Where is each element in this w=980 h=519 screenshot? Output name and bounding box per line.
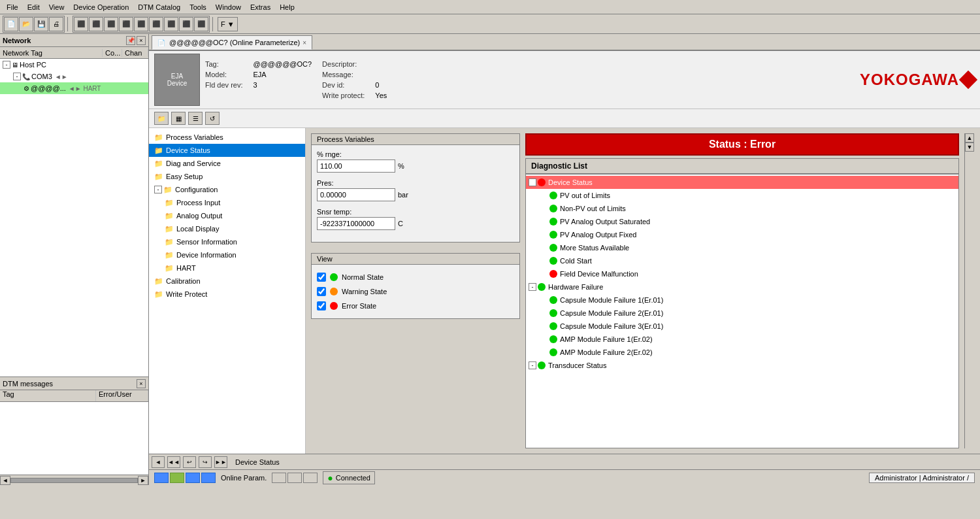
pv-snsr-input[interactable] xyxy=(317,217,395,230)
nav-diag-service[interactable]: 📁 Diag and Service xyxy=(149,157,305,170)
expand-config[interactable]: - xyxy=(154,186,162,193)
diag-field-device-malfunction[interactable]: Field Device Malfunction xyxy=(526,267,958,280)
nav-bar-btn-3[interactable]: ↩ xyxy=(183,456,196,468)
diag-hardware-failure[interactable]: - Hardware Failure xyxy=(526,280,958,293)
toolbar-btn-4[interactable]: ⬛ xyxy=(119,17,133,31)
diag-transducer-status[interactable]: - Transducer Status xyxy=(526,359,958,372)
toolbar-btn-2[interactable]: ⬛ xyxy=(89,17,103,31)
dev-id-value: 0 xyxy=(375,81,387,89)
toolbar-btn-1[interactable]: ⬛ xyxy=(74,17,88,31)
menu-tools[interactable]: Tools xyxy=(186,2,210,12)
diag-capsule-1[interactable]: Capsule Module Failure 1(Er.01) xyxy=(526,293,958,307)
nav-cal-label: Calibration xyxy=(166,277,201,285)
tab-online-param[interactable]: 📄 @@@@@@OC? (Online Parameterize) × xyxy=(152,35,312,50)
toolbar-save[interactable]: 💾 xyxy=(34,17,48,31)
tree-device[interactable]: ⚙ @@@@... ◄► HART xyxy=(0,82,148,94)
menu-window[interactable]: Window xyxy=(212,2,245,12)
nav-process-variables[interactable]: 📁 Process Variables xyxy=(149,131,305,144)
menu-view[interactable]: View xyxy=(45,2,69,12)
nav-bar-btn-5[interactable]: ►► xyxy=(214,456,227,468)
network-close-btn[interactable]: × xyxy=(137,36,146,45)
diag-more-status[interactable]: More Status Available xyxy=(526,241,958,254)
yokogawa-text: YOKOGAWA xyxy=(860,71,959,89)
diag-pv-out-limits[interactable]: PV out of Limits xyxy=(526,189,958,202)
nav-hart[interactable]: 📁 HART xyxy=(149,261,305,275)
diag-cold-start[interactable]: Cold Start xyxy=(526,254,958,267)
toolbar-print[interactable]: 🖨 xyxy=(49,17,63,31)
expand-transducer[interactable]: - xyxy=(529,361,536,369)
scroll-left-btn[interactable]: ◄ xyxy=(0,476,10,485)
dtm-close-btn[interactable]: × xyxy=(137,379,146,388)
toolbar-btn-9[interactable]: ⬛ xyxy=(194,17,208,31)
expand-host-pc[interactable]: - xyxy=(3,61,10,69)
menu-help[interactable]: Help xyxy=(276,2,299,12)
toolbar-btn-8[interactable]: ⬛ xyxy=(179,17,193,31)
pv-rnge-input[interactable] xyxy=(317,159,395,173)
nav-bar-btn-1[interactable]: ◄ xyxy=(152,456,165,468)
folder-icon-wp: 📁 xyxy=(154,290,163,299)
message-value xyxy=(375,71,387,78)
toolbar-btn-3[interactable]: ⬛ xyxy=(104,17,118,31)
view-normal-checkbox[interactable] xyxy=(317,273,326,282)
nav-configuration[interactable]: - 📁 Configuration xyxy=(149,183,305,196)
toolbar-btn-7[interactable]: ⬛ xyxy=(164,17,178,31)
pv-pres-input[interactable] xyxy=(317,188,395,201)
dot-amp2 xyxy=(549,348,557,356)
toolbar-new[interactable]: 📄 xyxy=(4,17,18,31)
scroll-right-btn[interactable]: ► xyxy=(138,476,148,485)
expand-hw-failure[interactable]: - xyxy=(529,283,536,291)
nav-sensor-info[interactable]: 📁 Sensor Information xyxy=(149,235,305,248)
nav-device-info[interactable]: 📁 Device Information xyxy=(149,248,305,261)
info-btn-folder[interactable]: 📁 xyxy=(154,112,169,125)
tree-com3[interactable]: - 📞 COM3 ◄► xyxy=(0,71,148,82)
expand-device-status[interactable]: - xyxy=(529,178,536,186)
network-title: Network xyxy=(3,37,31,44)
nav-process-input[interactable]: 📁 Process Input xyxy=(149,196,305,209)
nav-pv-label: Process Variables xyxy=(166,133,223,141)
toolbar-dropdown-f[interactable]: F ▼ xyxy=(218,17,238,31)
tree-host-pc[interactable]: - 🖥 Host PC xyxy=(0,59,148,71)
menu-edit[interactable]: Edit xyxy=(24,2,44,12)
diag-capsule-2[interactable]: Capsule Module Failure 2(Er.01) xyxy=(526,307,958,320)
diag-amp-1[interactable]: AMP Module Failure 1(Er.02) xyxy=(526,333,958,346)
nav-bar-btn-2[interactable]: ◄◄ xyxy=(167,456,180,468)
folder-icon-ld: 📁 xyxy=(165,225,174,233)
folder-icon-pv: 📁 xyxy=(154,133,163,142)
dtm-title: DTM messages xyxy=(3,380,53,388)
menu-device-operation[interactable]: Device Operation xyxy=(69,2,133,12)
view-error-checkbox[interactable] xyxy=(317,301,326,310)
diag-section: Status : Error Diagnostic List - Device … xyxy=(525,133,959,448)
info-btn-grid[interactable]: ▦ xyxy=(171,112,186,125)
diag-amp-2[interactable]: AMP Module Failure 2(Er.02) xyxy=(526,346,958,359)
scroll-up-btn[interactable]: ▲ xyxy=(965,133,974,142)
diag-pv-ao-saturated[interactable]: PV Analog Output Saturated xyxy=(526,215,958,228)
scroll-thumb xyxy=(10,478,138,483)
expand-com3[interactable]: - xyxy=(13,73,21,80)
network-pin-btn[interactable]: 📌 xyxy=(126,36,135,45)
diag-capsule-3[interactable]: Capsule Module Failure 3(Er.01) xyxy=(526,320,958,333)
toolbar-btn-6[interactable]: ⬛ xyxy=(149,17,163,31)
nav-calibration[interactable]: 📁 Calibration xyxy=(149,275,305,288)
info-btn-list[interactable]: ☰ xyxy=(188,112,203,125)
diag-non-pv-out-limits[interactable]: Non-PV out of Limits xyxy=(526,202,958,215)
menu-dtm-catalog[interactable]: DTM Catalog xyxy=(134,2,184,12)
left-hscroll[interactable]: ◄ ► xyxy=(0,475,148,485)
toolbar-btn-5[interactable]: ⬛ xyxy=(134,17,148,31)
menu-extras[interactable]: Extras xyxy=(246,2,274,12)
toolbar-open[interactable]: 📂 xyxy=(19,17,33,31)
view-warning-checkbox[interactable] xyxy=(317,287,326,296)
scroll-down-btn[interactable]: ▼ xyxy=(965,142,974,152)
nav-write-protect[interactable]: 📁 Write Protect xyxy=(149,288,305,301)
info-btn-refresh[interactable]: ↺ xyxy=(205,112,220,125)
diag-device-status[interactable]: - Device Status xyxy=(526,176,958,189)
right-scrollbar[interactable]: ▲ ▼ xyxy=(964,133,975,448)
pv-content: % rnge: % Pres: bar xyxy=(312,145,519,242)
nav-analog-output[interactable]: 📁 Analog Output xyxy=(149,209,305,222)
tab-close-btn[interactable]: × xyxy=(302,39,306,46)
nav-local-display[interactable]: 📁 Local Display xyxy=(149,222,305,235)
nav-easy-setup[interactable]: 📁 Easy Setup xyxy=(149,170,305,183)
nav-device-status[interactable]: 📁 Device Status xyxy=(149,144,305,157)
diag-pv-ao-fixed[interactable]: PV Analog Output Fixed xyxy=(526,228,958,241)
nav-bar-btn-4[interactable]: ↪ xyxy=(199,456,212,468)
menu-file[interactable]: File xyxy=(3,2,22,12)
